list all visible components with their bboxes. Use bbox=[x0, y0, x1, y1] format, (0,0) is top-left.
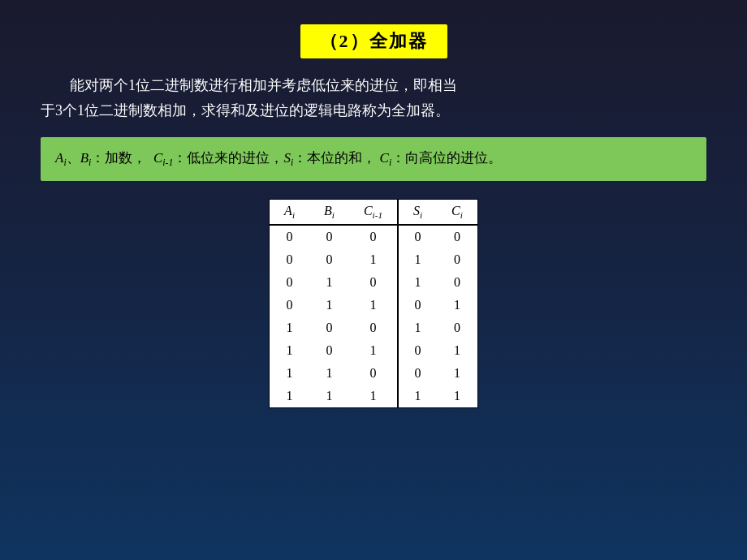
col-header-ci-1: Ci-1 bbox=[349, 199, 398, 225]
cell-5-4: 1 bbox=[437, 339, 477, 362]
cell-6-3: 0 bbox=[398, 362, 437, 385]
cell-7-3: 1 bbox=[398, 385, 437, 408]
cell-0-2: 0 bbox=[349, 225, 398, 248]
cell-6-0: 1 bbox=[270, 362, 309, 385]
table-wrapper: Ai Bi Ci-1 Si Ci 0 0 0 0 0 0 0 bbox=[41, 199, 706, 408]
cell-0-0: 0 bbox=[270, 225, 309, 248]
description-line2: 于3个1位二进制数相加，求得和及进位的逻辑电路称为全加器。 bbox=[41, 102, 450, 118]
cell-3-2: 1 bbox=[349, 294, 398, 317]
col-header-bi: Bi bbox=[309, 199, 349, 225]
cell-2-0: 0 bbox=[270, 271, 309, 294]
cell-3-3: 0 bbox=[398, 294, 437, 317]
cell-1-3: 1 bbox=[398, 248, 437, 271]
table-row: 1 1 0 0 1 bbox=[270, 362, 478, 385]
cell-5-3: 0 bbox=[398, 339, 437, 362]
info-box-content: Ai、Bi：加数， Ci-1：低位来的进位，Si：本位的和， Ci：向高位的进位… bbox=[55, 150, 502, 166]
cell-4-0: 1 bbox=[270, 317, 309, 339]
table-row: 0 0 1 1 0 bbox=[270, 248, 478, 271]
cell-4-2: 0 bbox=[349, 317, 398, 339]
description: 能对两个1位二进制数进行相加并考虑低位来的进位，即相当 于3个1位二进制数相加，… bbox=[41, 73, 706, 123]
slide-container: （2）全加器 能对两个1位二进制数进行相加并考虑低位来的进位，即相当 于3个1位… bbox=[0, 0, 747, 560]
cell-2-2: 0 bbox=[349, 271, 398, 294]
cell-6-4: 1 bbox=[437, 362, 477, 385]
cell-2-4: 0 bbox=[437, 271, 477, 294]
cell-7-2: 1 bbox=[349, 385, 398, 408]
cell-3-1: 1 bbox=[309, 294, 349, 317]
cell-5-0: 1 bbox=[270, 339, 309, 362]
cell-5-2: 1 bbox=[349, 339, 398, 362]
table-row: 0 1 0 1 0 bbox=[270, 271, 478, 294]
col-header-si: Si bbox=[398, 199, 437, 225]
cell-7-0: 1 bbox=[270, 385, 309, 408]
cell-2-1: 1 bbox=[309, 271, 349, 294]
table-header-row: Ai Bi Ci-1 Si Ci bbox=[270, 199, 478, 225]
cell-1-2: 1 bbox=[349, 248, 398, 271]
cell-1-4: 0 bbox=[437, 248, 477, 271]
cell-4-4: 0 bbox=[437, 317, 477, 339]
cell-0-4: 0 bbox=[437, 225, 477, 248]
table-row: 0 0 0 0 0 bbox=[270, 225, 478, 248]
cell-6-1: 1 bbox=[309, 362, 349, 385]
cell-0-3: 0 bbox=[398, 225, 437, 248]
table-body: 0 0 0 0 0 0 0 1 1 0 0 1 0 1 bbox=[270, 225, 478, 408]
cell-3-0: 0 bbox=[270, 294, 309, 317]
cell-5-1: 0 bbox=[309, 339, 349, 362]
description-line1: 能对两个1位二进制数进行相加并考虑低位来的进位，即相当 bbox=[70, 77, 457, 93]
table-row: 1 0 1 0 1 bbox=[270, 339, 478, 362]
table-row: 1 0 0 1 0 bbox=[270, 317, 478, 339]
cell-1-0: 0 bbox=[270, 248, 309, 271]
truth-table: Ai Bi Ci-1 Si Ci 0 0 0 0 0 0 0 bbox=[269, 199, 478, 408]
cell-0-1: 0 bbox=[309, 225, 349, 248]
cell-2-3: 1 bbox=[398, 271, 437, 294]
cell-7-4: 1 bbox=[437, 385, 477, 408]
col-header-ci: Ci bbox=[437, 199, 477, 225]
cell-4-3: 1 bbox=[398, 317, 437, 339]
title-box: （2）全加器 bbox=[300, 24, 447, 58]
cell-4-1: 0 bbox=[309, 317, 349, 339]
cell-3-4: 1 bbox=[437, 294, 477, 317]
col-header-ai: Ai bbox=[270, 199, 309, 225]
table-row: 1 1 1 1 1 bbox=[270, 385, 478, 408]
cell-1-1: 0 bbox=[309, 248, 349, 271]
info-box: Ai、Bi：加数， Ci-1：低位来的进位，Si：本位的和， Ci：向高位的进位… bbox=[41, 137, 706, 181]
table-row: 0 1 1 0 1 bbox=[270, 294, 478, 317]
title-text: （2）全加器 bbox=[320, 31, 428, 51]
cell-7-1: 1 bbox=[309, 385, 349, 408]
cell-6-2: 0 bbox=[349, 362, 398, 385]
